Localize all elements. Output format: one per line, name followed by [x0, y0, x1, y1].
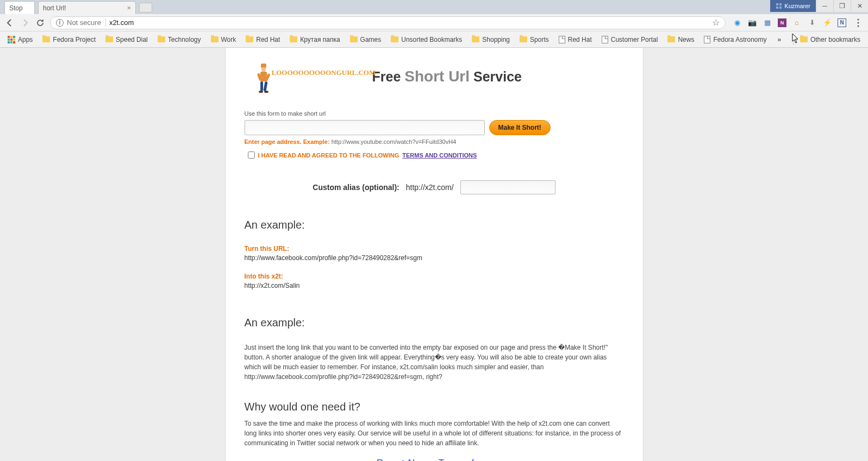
folder-icon [391, 36, 398, 42]
apps-label: Apps [18, 36, 33, 43]
file-icon [704, 36, 710, 43]
svg-point-6 [857, 25, 859, 27]
tab-stop-label: Stop [9, 4, 23, 12]
svg-point-4 [857, 18, 859, 20]
tab-title: hort Url! [43, 4, 66, 12]
file-icon [602, 36, 608, 43]
folder-icon [290, 36, 297, 42]
bm-customer-portal[interactable]: Customer Portal [598, 34, 661, 45]
bm-games[interactable]: Games [347, 34, 385, 45]
svg-point-5 [857, 22, 859, 23]
security-status: Not secure [67, 18, 106, 27]
bm-ru-folder[interactable]: Крутая папка [286, 34, 343, 45]
bm-speed-dial[interactable]: Speed Dial [102, 34, 151, 45]
folder-icon [472, 36, 479, 42]
ext-icon-onenote[interactable]: N [778, 18, 786, 27]
svg-rect-1 [779, 3, 782, 5]
svg-rect-2 [776, 7, 778, 9]
tab-strip: Stop hort Url! × [0, 0, 868, 14]
tab-close-icon[interactable]: × [127, 4, 131, 12]
apps-icon [8, 36, 15, 43]
new-tab-button[interactable] [139, 3, 152, 12]
folder-icon [520, 36, 527, 42]
ext-icon-download[interactable]: ⬇ [807, 18, 817, 28]
ext-icon-7[interactable]: ⚡ [822, 18, 832, 28]
os-user-badge: Kuzmarer [770, 0, 816, 12]
folder-icon [667, 36, 675, 42]
ext-icon-home[interactable]: ⌂ [792, 18, 802, 28]
folder-icon [42, 36, 50, 42]
bm-fedora-astronomy[interactable]: Fedora Astronomy [701, 34, 770, 45]
window-minimize-button[interactable]: ─ [816, 0, 833, 12]
ext-icon-1[interactable]: ◉ [732, 18, 742, 28]
apps-button[interactable]: Apps [4, 34, 36, 45]
bm-work[interactable]: Work [208, 34, 240, 45]
bm-shopping[interactable]: Shopping [469, 34, 513, 45]
window-maximize-button[interactable]: ❐ [833, 0, 851, 12]
forward-button[interactable] [20, 17, 30, 28]
folder-icon [350, 36, 358, 42]
svg-rect-0 [776, 3, 778, 5]
tab-active[interactable]: hort Url! × [38, 1, 136, 14]
ext-icon-3[interactable]: ▦ [763, 18, 772, 28]
ext-icon-8[interactable]: N [838, 18, 846, 27]
folder-icon [246, 36, 253, 42]
other-bookmarks-button[interactable]: Other bookmarks [797, 34, 864, 45]
folder-icon [158, 36, 165, 42]
bookmark-star-icon[interactable]: ☆ [712, 17, 720, 28]
reload-button[interactable] [35, 17, 46, 28]
bm-sports[interactable]: Sports [516, 34, 552, 45]
os-user-name: Kuzmarer [784, 3, 810, 9]
bm-technology[interactable]: Technology [154, 34, 204, 45]
file-icon [559, 36, 565, 43]
bm-unsorted[interactable]: Unsorted Bookmarks [388, 34, 465, 45]
info-icon[interactable]: i [56, 19, 64, 27]
bm-red-hat-2[interactable]: Red Hat [555, 34, 595, 45]
bookmark-bar: Apps Fedora Project Speed Dial Technolog… [0, 31, 868, 48]
tab-stop[interactable]: Stop [4, 1, 35, 14]
folder-icon [211, 36, 218, 42]
chrome-menu-button[interactable] [853, 17, 864, 28]
bm-red-hat[interactable]: Red Hat [242, 34, 283, 45]
toolbar: i Not secure x2t.com ☆ ◉ 📷 ▦ N ⌂ ⬇ ⚡ N [0, 14, 868, 31]
folder-icon [800, 36, 808, 42]
ext-icon-camera[interactable]: 📷 [747, 18, 757, 28]
url-text: x2t.com [109, 18, 134, 27]
folder-icon [105, 36, 113, 42]
window-close-button[interactable]: ✕ [851, 0, 868, 12]
back-button[interactable] [4, 17, 15, 28]
address-bar[interactable]: i Not secure x2t.com ☆ [50, 16, 726, 29]
extension-icons: ◉ 📷 ▦ N ⌂ ⬇ ⚡ N [730, 18, 848, 28]
bookmark-overflow-button[interactable]: » [773, 36, 786, 43]
svg-rect-3 [779, 7, 782, 9]
bm-fedora-project[interactable]: Fedora Project [39, 34, 99, 45]
bm-news[interactable]: News [664, 34, 697, 45]
